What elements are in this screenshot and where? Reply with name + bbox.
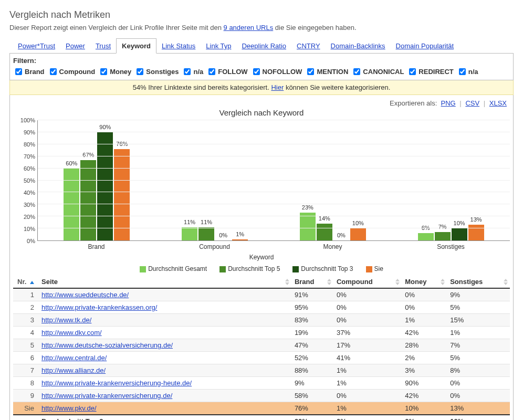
filter-nofollow[interactable]: NOFOLLOW <box>251 67 302 77</box>
site-link[interactable]: http://www.dkv.com/ <box>41 329 102 337</box>
gridline <box>38 120 510 120</box>
cell-nr: 3 <box>13 314 38 327</box>
filter-label-text: NOFOLLOW <box>263 68 302 76</box>
site-link[interactable]: http://www.pkv.de/ <box>41 404 97 412</box>
bar: 13% <box>468 225 484 240</box>
filter-label-text: Sonstiges <box>146 68 179 76</box>
site-link[interactable]: http://www.allianz.de/ <box>41 366 106 374</box>
col-sonstiges[interactable]: Sonstiges <box>447 276 510 288</box>
bar-value-label: 1% <box>236 231 244 237</box>
filter-redirect[interactable]: REDIRECT <box>407 67 453 77</box>
tab-cntry[interactable]: CNTRY <box>291 39 326 53</box>
cell-seite: http://www.deutsche-sozialversicherung.d… <box>38 339 291 352</box>
col-brand[interactable]: Brand <box>291 276 333 288</box>
filter-label-text: CANONICAL <box>363 68 404 76</box>
legend-label: Durchschnitt Top 3 <box>301 265 353 272</box>
cell-compound: 41% <box>333 352 402 364</box>
filter-checkbox[interactable] <box>100 68 107 75</box>
cell-brand: 47% <box>291 339 333 352</box>
bar-value-label: 23% <box>302 204 313 211</box>
filter-label-text: REDIRECT <box>419 68 453 76</box>
x-category-label: Money <box>274 243 392 250</box>
col-nr-label: Nr. <box>17 278 26 286</box>
tab-trust[interactable]: Trust <box>90 39 116 53</box>
bar-value-label: 0% <box>219 232 227 238</box>
banner-lead: 54% Ihrer Linktexte sind bereits kategor… <box>133 83 271 91</box>
bar-value-label: 0% <box>337 232 346 238</box>
filter-money[interactable]: Money <box>98 67 131 77</box>
cell-nr: 4 <box>13 327 38 339</box>
filter-checkbox[interactable] <box>459 68 466 75</box>
bar: 11% <box>182 227 197 240</box>
cell-seite: http://www.private-krankenkassen.org/ <box>38 301 291 314</box>
cell-empty <box>13 415 38 420</box>
y-tick: 100% <box>20 117 35 123</box>
filter-checkbox[interactable] <box>409 68 416 75</box>
col-nr[interactable]: Nr. <box>13 276 38 288</box>
y-tick: 60% <box>24 165 35 172</box>
legend-swatch <box>366 266 372 272</box>
cell-seite: http://www.tk.de/ <box>38 314 291 327</box>
cell-nr: Sie <box>13 402 38 415</box>
cell-brand: 95% <box>291 301 333 314</box>
banner-link[interactable]: Hier <box>271 83 284 91</box>
filter-label-text: n/a <box>193 68 203 76</box>
cell-footer-label: Durchschnitt Top 3 <box>38 415 291 420</box>
legend-item: Durchschnitt Top 3 <box>292 265 353 272</box>
filter-label-text: Money <box>110 68 131 76</box>
cell-brand: 90% <box>291 415 333 420</box>
export-png[interactable]: PNG <box>441 99 456 107</box>
filter-brand[interactable]: Brand <box>13 67 45 77</box>
site-link[interactable]: http://www.private-krankenversicherung.d… <box>41 392 172 400</box>
site-link[interactable]: http://www.tk.de/ <box>41 316 91 324</box>
tab-power-trust[interactable]: Power*Trust <box>13 39 60 53</box>
col-seite[interactable]: Seite <box>38 276 291 288</box>
legend-swatch <box>292 266 299 272</box>
cell-money: 90% <box>402 377 447 390</box>
bar-value-label: 67% <box>82 152 94 158</box>
export-csv[interactable]: CSV <box>465 99 479 107</box>
other-urls-link[interactable]: 9 anderen URLs <box>224 24 274 32</box>
filter-checkbox[interactable] <box>353 68 360 75</box>
col-money[interactable]: Money <box>402 276 447 288</box>
filter-checkbox[interactable] <box>253 68 260 75</box>
cell-compound: 0% <box>333 314 402 327</box>
table-row: 8http://www.private-krankenversicherung-… <box>13 377 510 390</box>
gridline <box>38 216 510 216</box>
filter-n-a[interactable]: n/a <box>457 67 478 77</box>
filter-checkbox[interactable] <box>208 68 215 75</box>
tab-keyword[interactable]: Keyword <box>116 38 156 54</box>
site-link[interactable]: http://www.private-krankenkassen.org/ <box>41 303 157 311</box>
filter-canonical[interactable]: CANONICAL <box>351 67 404 77</box>
tab-domain-popularit-t[interactable]: Domain Popularität <box>391 39 459 53</box>
cell-compound: 17% <box>333 339 402 352</box>
cell-compound: 0% <box>333 301 402 314</box>
filter-checkbox[interactable] <box>15 68 22 75</box>
filter-compound[interactable]: Compound <box>48 67 96 77</box>
tab-power[interactable]: Power <box>60 39 90 53</box>
cell-money: 42% <box>402 327 447 339</box>
gridline <box>38 204 510 204</box>
filter-follow[interactable]: FOLLOW <box>206 67 247 77</box>
cell-sonstiges: 15% <box>447 314 510 327</box>
site-link[interactable]: http://www.central.de/ <box>41 354 107 362</box>
tab-link-typ[interactable]: Link Typ <box>201 39 236 53</box>
filter-checkbox[interactable] <box>184 68 191 75</box>
site-link[interactable]: http://www.private-krankenversicherung-h… <box>41 379 192 387</box>
export-sep: | <box>459 99 461 107</box>
tab-domain-backlinks[interactable]: Domain-Backlinks <box>326 39 391 53</box>
col-compound[interactable]: Compound <box>333 276 402 288</box>
tab-link-status[interactable]: Link Status <box>156 39 201 53</box>
col-brand-label: Brand <box>295 278 315 286</box>
site-link[interactable]: http://www.deutsche-sozialversicherung.d… <box>41 341 173 349</box>
filter-n-a[interactable]: n/a <box>182 67 203 77</box>
bar: 1% <box>232 239 248 240</box>
filter-checkbox[interactable] <box>307 68 314 75</box>
site-link[interactable]: http://www.sueddeutsche.de/ <box>41 291 129 299</box>
tab-deeplink-ratio[interactable]: Deeplink Ratio <box>236 39 291 53</box>
filter-checkbox[interactable] <box>50 68 57 75</box>
filter-sonstiges[interactable]: Sonstiges <box>134 67 179 77</box>
filter-checkbox[interactable] <box>137 68 143 75</box>
export-xlsx[interactable]: XLSX <box>489 99 507 107</box>
filter-mention[interactable]: MENTION <box>305 67 348 77</box>
